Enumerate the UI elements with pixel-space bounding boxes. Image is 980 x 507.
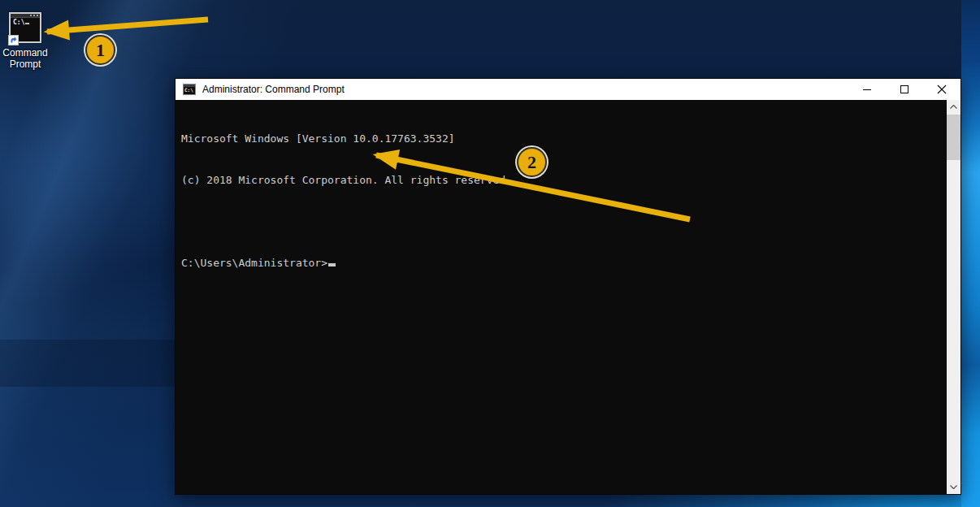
window-title: Administrator: Command Prompt xyxy=(202,84,848,95)
scrollbar-down-button[interactable] xyxy=(947,480,960,494)
wallpaper-dark-strip xyxy=(0,340,175,387)
maximize-button[interactable] xyxy=(886,79,923,100)
scrollbar-thumb[interactable] xyxy=(947,115,960,160)
close-button[interactable] xyxy=(923,79,960,100)
terminal-line-copyright: (c) 2018 Microsoft Corporation. All righ… xyxy=(181,173,942,187)
mini-cursor xyxy=(25,23,29,24)
shortcut-label: Command Prompt xyxy=(0,47,50,70)
annotation-arrow-1 xyxy=(47,20,208,32)
terminal-output[interactable]: Microsoft Windows [Version 10.0.17763.35… xyxy=(176,100,947,494)
command-prompt-icon-titlebar xyxy=(11,14,40,18)
terminal-line-version: Microsoft Windows [Version 10.0.17763.35… xyxy=(181,132,942,145)
command-prompt-icon: C:\ xyxy=(9,12,41,43)
shortcut-arrow-icon xyxy=(8,35,19,46)
chevron-up-icon xyxy=(950,105,957,109)
chevron-down-icon xyxy=(950,485,957,489)
window-titlebar-cmd-icon: C:\ xyxy=(183,84,196,95)
terminal-scrollbar[interactable] xyxy=(947,100,960,494)
step-badge-2: 2 xyxy=(517,147,547,177)
terminal-line-blank xyxy=(181,214,942,228)
close-icon xyxy=(937,84,947,94)
command-prompt-icon-text: C:\ xyxy=(13,20,29,26)
desktop: C:\ Command Prompt C:\ Administrator: Co… xyxy=(0,0,980,507)
step-badge-1: 1 xyxy=(85,35,115,65)
terminal-area: Microsoft Windows [Version 10.0.17763.35… xyxy=(176,100,960,494)
shortcut-label-line1: Command xyxy=(0,47,50,58)
minimize-icon xyxy=(862,84,872,94)
maximize-icon xyxy=(900,84,909,94)
scrollbar-up-button[interactable] xyxy=(947,100,960,114)
command-prompt-icon-buttons xyxy=(30,15,38,16)
minimize-button[interactable] xyxy=(848,79,886,100)
wallpaper-bright-band xyxy=(961,0,980,507)
shortcut-label-line2: Prompt xyxy=(0,58,50,70)
terminal-cursor xyxy=(328,263,336,266)
window-titlebar[interactable]: C:\ Administrator: Command Prompt xyxy=(176,79,960,100)
desktop-shortcut-command-prompt[interactable]: C:\ Command Prompt xyxy=(0,12,50,70)
terminal-prompt-line: C:\Users\Administrator> xyxy=(181,256,942,270)
command-prompt-window: C:\ Administrator: Command Prompt Micros… xyxy=(175,78,961,495)
terminal-prompt: C:\Users\Administrator> xyxy=(181,257,327,269)
